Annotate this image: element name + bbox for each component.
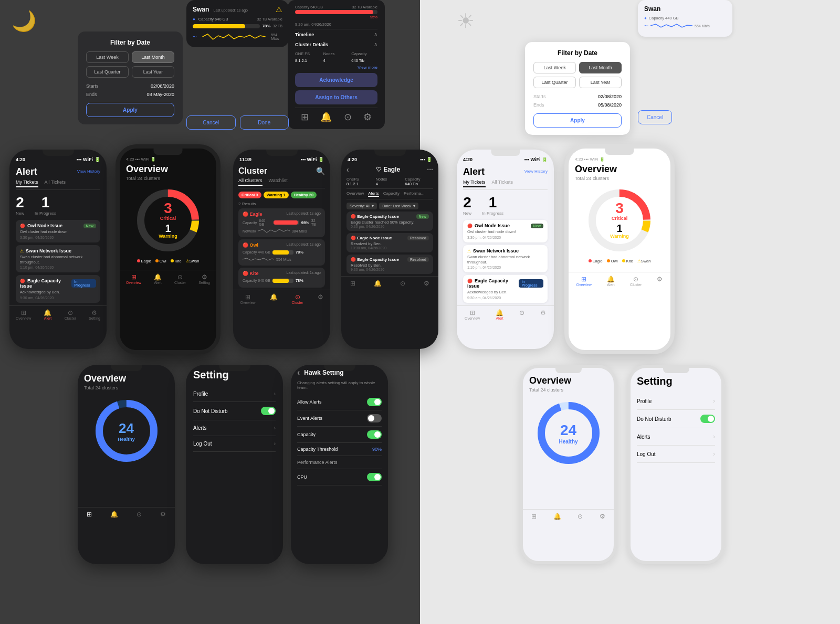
back-btn-eagle[interactable]: ‹ [346, 165, 349, 174]
nav-al-alert-l[interactable]: 🔔Alert [496, 309, 503, 320]
nav-ea-alert[interactable]: 🔔 [374, 280, 382, 287]
nav-ovl-setting[interactable]: ⚙ [657, 276, 663, 287]
view-history-light[interactable]: View History [524, 169, 548, 174]
hawk-capacity[interactable]: Capacity [297, 427, 382, 443]
issue-capacity-2[interactable]: 🔴 Eagle Capacity Issue Resolved Resolved… [346, 255, 433, 274]
hawk-cap-threshold[interactable]: Capacity Threshold 90% [297, 443, 382, 456]
filter-last-week-light[interactable]: Last Week [533, 62, 576, 73]
filter-last-quarter-light[interactable]: Last Quarter [533, 77, 576, 88]
filter-last-month-dark[interactable]: Last Month [132, 51, 174, 63]
setting-profile-dark[interactable]: Profile › [193, 386, 276, 402]
nav-cl-cluster[interactable]: ⊙Cluster [291, 293, 303, 304]
nav-ov-ov[interactable]: ⊞Overview [126, 273, 141, 284]
toggle-dnd-light[interactable] [700, 415, 715, 423]
acknowledge-button[interactable]: Acknowledge [295, 73, 377, 87]
pill-healthy[interactable]: Healthy 20 [291, 192, 317, 198]
cluster-search-icon[interactable]: 🔍 [316, 167, 325, 175]
toggle-dnd-dark[interactable] [261, 407, 276, 415]
filter-last-month-light[interactable]: Last Month [579, 62, 622, 73]
filter-last-year-light[interactable]: Last Year [579, 77, 622, 88]
pill-critical[interactable]: Critical 3 [238, 192, 261, 198]
nav-ea-setting[interactable]: ⚙ [424, 280, 429, 287]
nav-ovl-ov[interactable]: ⊞Overview [576, 276, 592, 287]
nav-cl-ov[interactable]: ⊞Overview [240, 293, 255, 304]
ticket-swan-light[interactable]: ⚠Swan Network Issue Swan cluster had abn… [463, 245, 548, 273]
toggle-allow-alerts[interactable] [367, 398, 382, 406]
tab-all-tickets-dark[interactable]: All Tickets [45, 179, 66, 187]
ticket-owl-dark[interactable]: 🔴Owl Node Issue New Owl cluster had node… [16, 220, 100, 242]
nav-cl-alert[interactable]: 🔔 [270, 293, 278, 304]
setting-logout-light[interactable]: Log Out › [637, 446, 715, 463]
nav-ov-alert[interactable]: 🔔Alert [154, 273, 162, 284]
nav-overview-icon[interactable]: ⊞ [301, 111, 309, 123]
ticket-eagle-light[interactable]: 🔴Eagle Capacity Issue In Progress Acknow… [463, 275, 548, 303]
toggle-cpu[interactable] [367, 473, 382, 481]
filter-severity-eagle[interactable]: Severity: All▾ [346, 203, 377, 209]
done-button-swan[interactable]: Done [240, 115, 289, 130]
setting-dnd-light[interactable]: Do Not Disturb [637, 410, 715, 428]
cancel-button-light[interactable]: Cancel [638, 110, 672, 124]
apply-button-dark[interactable]: Apply [86, 103, 174, 117]
tab-overview-eagle[interactable]: Overview [346, 191, 364, 197]
cancel-button-swan[interactable]: Cancel [186, 115, 236, 130]
nav-hl-setting[interactable]: ⚙ [600, 513, 605, 520]
filter-last-week-dark[interactable]: Last Week [86, 51, 129, 63]
nav-al-set-l[interactable]: ⚙ [540, 309, 546, 320]
pill-warning[interactable]: Warning 1 [264, 192, 289, 198]
filter-last-year-dark[interactable]: Last Year [132, 66, 174, 78]
nav-alert-alert[interactable]: 🔔 Alert [44, 309, 51, 320]
nav-setting-alert[interactable]: ⚙ Setting [89, 309, 100, 320]
tab-capacity-eagle[interactable]: Capacity [383, 191, 400, 197]
setting-profile-light[interactable]: Profile › [637, 393, 715, 410]
nav-al-ov-l[interactable]: ⊞Overview [465, 309, 480, 320]
assign-button[interactable]: Assign to Others [295, 90, 377, 104]
nav-hd-ov[interactable]: ⊞ [87, 511, 92, 518]
cd-chevron[interactable]: ∧ [374, 41, 377, 47]
hawk-event-alerts[interactable]: Event Alerts [297, 410, 382, 427]
tab-all-tickets-light[interactable]: All Tickets [492, 179, 513, 187]
tab-my-tickets-light[interactable]: My Tickets [463, 179, 486, 187]
nav-hd-setting[interactable]: ⚙ [160, 511, 166, 518]
nav-ea-ov[interactable]: ⊞ [350, 280, 355, 287]
setting-logout-dark[interactable]: Log Out › [193, 436, 276, 452]
nav-cluster-alert[interactable]: ⊙ Cluster [65, 309, 76, 320]
cluster-item-owl[interactable]: 🔴 Owl Last updated: 1s ago Capacity 440 … [238, 239, 325, 266]
nav-ov-setting[interactable]: ⚙Setting [198, 273, 210, 284]
tab-watchlist[interactable]: Watchlist [269, 178, 288, 186]
issue-node-1[interactable]: 🔴 Eagle Node Issue Resolved Resolved by … [346, 233, 433, 252]
setting-alerts-light[interactable]: Alerts › [637, 428, 715, 446]
nav-hd-alert[interactable]: 🔔 [110, 511, 118, 518]
hawk-allow-alerts[interactable]: Allow Alerts [297, 394, 382, 410]
nav-ea-cluster[interactable]: ⊙ [400, 280, 405, 287]
ticket-swan-dark[interactable]: ⚠Swan Network Issue Swan cluster had abn… [16, 245, 100, 273]
hawk-cpu[interactable]: CPU [297, 469, 382, 485]
nav-hd-cluster[interactable]: ⊙ [136, 511, 142, 518]
nav-hl-cluster[interactable]: ⊙ [578, 513, 583, 520]
apply-button-light[interactable]: Apply [533, 113, 622, 128]
more-btn-eagle[interactable]: ··· [427, 165, 433, 174]
tab-all-clusters[interactable]: All Clusters [238, 178, 262, 186]
setting-dnd-dark[interactable]: Do Not Disturb [193, 402, 276, 420]
nav-hl-ov[interactable]: ⊞ [531, 513, 537, 520]
nav-hl-alert[interactable]: 🔔 [553, 513, 561, 520]
nav-ov-cluster[interactable]: ⊙Cluster [174, 273, 186, 284]
setting-alerts-dark[interactable]: Alerts › [193, 420, 276, 436]
nav-al-cl-l[interactable]: ⊙ [519, 309, 524, 320]
cluster-item-eagle[interactable]: 🔴 Eagle Last updated: 1s ago Capacity 64… [238, 208, 325, 237]
ticket-eagle-dark[interactable]: 🔴Eagle Capacity Issue In Progress Acknow… [16, 275, 100, 303]
cd-view-more[interactable]: View more [295, 65, 377, 70]
tab-alerts-eagle[interactable]: Alerts [368, 191, 379, 197]
filter-date-eagle[interactable]: Date: Last Week▾ [379, 203, 418, 209]
nav-cluster-icon[interactable]: ⊙ [344, 111, 352, 123]
ticket-owl-light[interactable]: 🔴Owl Node Issue New Owl cluster had node… [463, 220, 548, 242]
nav-overview-alert[interactable]: ⊞ Overview [16, 309, 31, 320]
issue-capacity-1[interactable]: 🔴 Eagle Capacity Issue New Eagle cluster… [346, 211, 433, 231]
cluster-item-kite[interactable]: 🔴 Kite Last updated: 1s ago Capacity 640… [238, 268, 325, 288]
nav-ovl-cluster[interactable]: ⊙Cluster [630, 276, 642, 287]
tab-my-tickets-dark[interactable]: My Tickets [16, 179, 38, 187]
filter-last-quarter-dark[interactable]: Last Quarter [86, 66, 129, 78]
nav-alert-icon-active[interactable]: 🔔 [320, 111, 332, 123]
hawk-back-btn[interactable]: ‹ [297, 368, 300, 377]
toggle-event-alerts[interactable] [367, 414, 382, 422]
nav-ovl-alert[interactable]: 🔔Alert [607, 276, 615, 287]
